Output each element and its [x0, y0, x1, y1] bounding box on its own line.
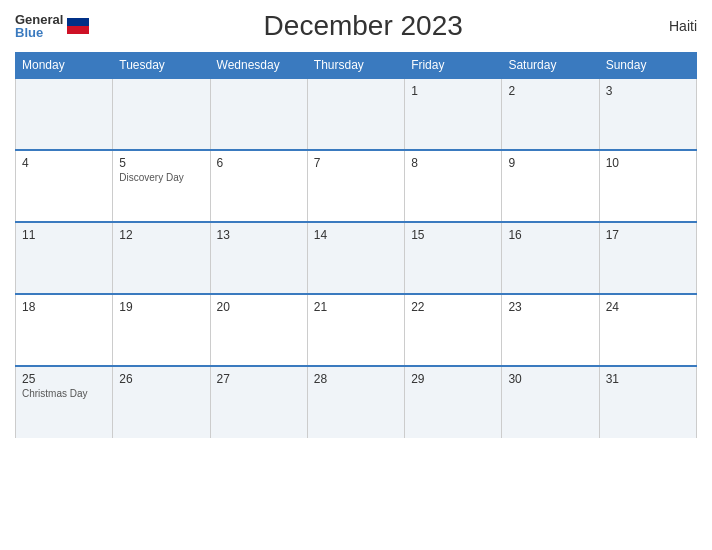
day-number: 8	[411, 156, 495, 170]
calendar-week-5: 25Christmas Day262728293031	[16, 366, 697, 438]
day-number: 19	[119, 300, 203, 314]
header: General Blue December 2023 Haiti	[15, 10, 697, 42]
col-saturday: Saturday	[502, 53, 599, 79]
day-number: 28	[314, 372, 398, 386]
calendar-cell: 27	[210, 366, 307, 438]
event-label: Discovery Day	[119, 172, 203, 183]
calendar-week-2: 45Discovery Day678910	[16, 150, 697, 222]
calendar-cell: 15	[405, 222, 502, 294]
calendar-cell	[16, 78, 113, 150]
day-number: 13	[217, 228, 301, 242]
calendar-cell: 13	[210, 222, 307, 294]
calendar-cell: 31	[599, 366, 696, 438]
calendar-cell: 25Christmas Day	[16, 366, 113, 438]
calendar-cell: 26	[113, 366, 210, 438]
calendar-week-1: 123	[16, 78, 697, 150]
col-wednesday: Wednesday	[210, 53, 307, 79]
calendar-header-row: Monday Tuesday Wednesday Thursday Friday…	[16, 53, 697, 79]
calendar-cell: 30	[502, 366, 599, 438]
day-number: 12	[119, 228, 203, 242]
calendar-cell: 3	[599, 78, 696, 150]
calendar-cell: 6	[210, 150, 307, 222]
logo-blue-text: Blue	[15, 26, 63, 39]
day-number: 20	[217, 300, 301, 314]
calendar-week-4: 18192021222324	[16, 294, 697, 366]
day-number: 18	[22, 300, 106, 314]
day-number: 7	[314, 156, 398, 170]
day-number: 21	[314, 300, 398, 314]
col-sunday: Sunday	[599, 53, 696, 79]
day-number: 9	[508, 156, 592, 170]
day-number: 26	[119, 372, 203, 386]
col-thursday: Thursday	[307, 53, 404, 79]
calendar-cell: 8	[405, 150, 502, 222]
day-number: 3	[606, 84, 690, 98]
calendar-cell	[113, 78, 210, 150]
day-number: 5	[119, 156, 203, 170]
calendar-cell: 19	[113, 294, 210, 366]
calendar-cell: 16	[502, 222, 599, 294]
calendar-cell: 29	[405, 366, 502, 438]
calendar-cell: 17	[599, 222, 696, 294]
calendar-cell: 4	[16, 150, 113, 222]
calendar-page: General Blue December 2023 Haiti Monday …	[0, 0, 712, 550]
day-number: 14	[314, 228, 398, 242]
day-number: 10	[606, 156, 690, 170]
country-label: Haiti	[637, 18, 697, 34]
calendar-cell: 7	[307, 150, 404, 222]
day-number: 23	[508, 300, 592, 314]
calendar-cell: 14	[307, 222, 404, 294]
calendar-cell: 1	[405, 78, 502, 150]
col-tuesday: Tuesday	[113, 53, 210, 79]
col-friday: Friday	[405, 53, 502, 79]
logo: General Blue	[15, 13, 89, 39]
day-number: 1	[411, 84, 495, 98]
day-number: 29	[411, 372, 495, 386]
calendar-cell: 12	[113, 222, 210, 294]
day-number: 4	[22, 156, 106, 170]
calendar-cell	[210, 78, 307, 150]
day-number: 2	[508, 84, 592, 98]
event-label: Christmas Day	[22, 388, 106, 399]
day-number: 22	[411, 300, 495, 314]
calendar-cell: 18	[16, 294, 113, 366]
calendar-cell: 24	[599, 294, 696, 366]
calendar-cell: 5Discovery Day	[113, 150, 210, 222]
calendar-cell: 20	[210, 294, 307, 366]
calendar-cell	[307, 78, 404, 150]
day-number: 24	[606, 300, 690, 314]
calendar-title: December 2023	[89, 10, 637, 42]
day-number: 11	[22, 228, 106, 242]
day-number: 17	[606, 228, 690, 242]
day-number: 31	[606, 372, 690, 386]
calendar-cell: 10	[599, 150, 696, 222]
calendar-week-3: 11121314151617	[16, 222, 697, 294]
col-monday: Monday	[16, 53, 113, 79]
day-number: 25	[22, 372, 106, 386]
calendar-cell: 23	[502, 294, 599, 366]
calendar-cell: 9	[502, 150, 599, 222]
calendar-cell: 11	[16, 222, 113, 294]
day-number: 6	[217, 156, 301, 170]
calendar-cell: 21	[307, 294, 404, 366]
logo-flag-icon	[67, 18, 89, 34]
calendar-cell: 22	[405, 294, 502, 366]
day-number: 30	[508, 372, 592, 386]
day-number: 15	[411, 228, 495, 242]
day-number: 16	[508, 228, 592, 242]
calendar-table: Monday Tuesday Wednesday Thursday Friday…	[15, 52, 697, 438]
calendar-cell: 28	[307, 366, 404, 438]
calendar-cell: 2	[502, 78, 599, 150]
day-number: 27	[217, 372, 301, 386]
